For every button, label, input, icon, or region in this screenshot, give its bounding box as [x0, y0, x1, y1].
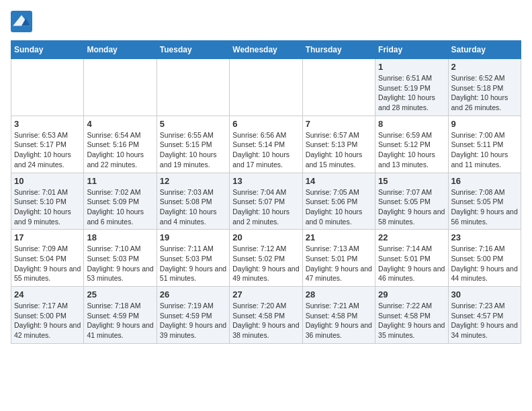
calendar-cell: 17Sunrise: 7:09 AM Sunset: 5:04 PM Dayli…: [11, 230, 84, 287]
day-number: 11: [87, 176, 153, 186]
day-info: Sunrise: 7:20 AM Sunset: 4:58 PM Dayligh…: [232, 301, 299, 340]
day-number: 21: [306, 232, 372, 242]
day-info: Sunrise: 7:21 AM Sunset: 4:58 PM Dayligh…: [306, 301, 372, 340]
day-number: 6: [232, 119, 299, 129]
calendar-cell: 16Sunrise: 7:08 AM Sunset: 5:05 PM Dayli…: [448, 173, 521, 230]
day-number: 15: [378, 176, 445, 186]
day-info: Sunrise: 7:11 AM Sunset: 5:03 PM Dayligh…: [160, 244, 226, 283]
calendar-cell: [302, 59, 375, 116]
day-info: Sunrise: 7:07 AM Sunset: 5:05 PM Dayligh…: [378, 187, 445, 227]
day-number: 17: [14, 232, 81, 242]
calendar-cell: 2Sunrise: 6:52 AM Sunset: 5:18 PM Daylig…: [448, 59, 521, 116]
day-info: Sunrise: 7:17 AM Sunset: 5:00 PM Dayligh…: [14, 301, 81, 340]
day-info: Sunrise: 6:55 AM Sunset: 5:15 PM Dayligh…: [160, 130, 226, 170]
day-number: 1: [378, 62, 445, 72]
day-number: 29: [378, 289, 445, 300]
day-number: 5: [160, 119, 226, 129]
day-number: 27: [232, 289, 299, 300]
day-number: 22: [378, 232, 445, 242]
day-info: Sunrise: 6:52 AM Sunset: 5:18 PM Dayligh…: [451, 73, 518, 113]
calendar-cell: 30Sunrise: 7:23 AM Sunset: 4:57 PM Dayli…: [448, 287, 521, 344]
calendar-cell: [84, 59, 157, 116]
calendar-week-row: 1Sunrise: 6:51 AM Sunset: 5:19 PM Daylig…: [11, 59, 521, 116]
day-info: Sunrise: 7:00 AM Sunset: 5:11 PM Dayligh…: [451, 130, 518, 170]
calendar-cell: 8Sunrise: 6:59 AM Sunset: 5:12 PM Daylig…: [375, 116, 448, 173]
calendar-cell: 27Sunrise: 7:20 AM Sunset: 4:58 PM Dayli…: [230, 287, 302, 344]
day-number: 14: [306, 176, 372, 186]
calendar-cell: 15Sunrise: 7:07 AM Sunset: 5:05 PM Dayli…: [375, 173, 448, 230]
day-info: Sunrise: 7:23 AM Sunset: 4:57 PM Dayligh…: [451, 301, 518, 340]
weekday-header: Sunday: [11, 41, 84, 59]
day-number: 19: [160, 232, 226, 242]
weekday-header: Monday: [84, 41, 157, 59]
day-info: Sunrise: 7:02 AM Sunset: 5:09 PM Dayligh…: [87, 187, 153, 227]
day-number: 26: [160, 289, 226, 300]
day-number: 28: [306, 289, 372, 300]
day-info: Sunrise: 7:04 AM Sunset: 5:07 PM Dayligh…: [232, 187, 299, 227]
day-number: 12: [160, 176, 226, 186]
weekday-header: Tuesday: [157, 41, 229, 59]
calendar-cell: 12Sunrise: 7:03 AM Sunset: 5:08 PM Dayli…: [157, 173, 229, 230]
calendar-cell: 19Sunrise: 7:11 AM Sunset: 5:03 PM Dayli…: [157, 230, 229, 287]
calendar-cell: 23Sunrise: 7:16 AM Sunset: 5:00 PM Dayli…: [448, 230, 521, 287]
day-number: 23: [451, 232, 518, 242]
calendar-cell: 11Sunrise: 7:02 AM Sunset: 5:09 PM Dayli…: [84, 173, 157, 230]
calendar-cell: [11, 59, 84, 116]
day-number: 8: [378, 119, 445, 129]
header-row: SundayMondayTuesdayWednesdayThursdayFrid…: [11, 41, 521, 59]
day-info: Sunrise: 7:05 AM Sunset: 5:06 PM Dayligh…: [306, 187, 372, 227]
calendar-cell: 28Sunrise: 7:21 AM Sunset: 4:58 PM Dayli…: [302, 287, 375, 344]
weekday-header: Thursday: [302, 41, 375, 59]
day-info: Sunrise: 7:12 AM Sunset: 5:02 PM Dayligh…: [232, 244, 299, 283]
calendar-cell: 22Sunrise: 7:14 AM Sunset: 5:01 PM Dayli…: [375, 230, 448, 287]
day-info: Sunrise: 7:13 AM Sunset: 5:01 PM Dayligh…: [306, 244, 372, 283]
calendar-cell: 1Sunrise: 6:51 AM Sunset: 5:19 PM Daylig…: [375, 59, 448, 116]
calendar-cell: 24Sunrise: 7:17 AM Sunset: 5:00 PM Dayli…: [11, 287, 84, 344]
calendar-cell: 7Sunrise: 6:57 AM Sunset: 5:13 PM Daylig…: [302, 116, 375, 173]
day-info: Sunrise: 6:51 AM Sunset: 5:19 PM Dayligh…: [378, 73, 445, 113]
day-number: 10: [14, 176, 81, 186]
calendar-cell: 14Sunrise: 7:05 AM Sunset: 5:06 PM Dayli…: [302, 173, 375, 230]
calendar-cell: 21Sunrise: 7:13 AM Sunset: 5:01 PM Dayli…: [302, 230, 375, 287]
day-info: Sunrise: 7:18 AM Sunset: 4:59 PM Dayligh…: [87, 301, 153, 340]
day-info: Sunrise: 6:56 AM Sunset: 5:14 PM Dayligh…: [232, 130, 299, 170]
calendar-cell: [230, 59, 302, 116]
day-info: Sunrise: 7:09 AM Sunset: 5:04 PM Dayligh…: [14, 244, 81, 283]
day-info: Sunrise: 7:16 AM Sunset: 5:00 PM Dayligh…: [451, 244, 518, 283]
calendar-week-row: 10Sunrise: 7:01 AM Sunset: 5:10 PM Dayli…: [11, 173, 521, 230]
weekday-header: Saturday: [448, 41, 521, 59]
calendar-cell: 13Sunrise: 7:04 AM Sunset: 5:07 PM Dayli…: [230, 173, 302, 230]
calendar-cell: [157, 59, 229, 116]
calendar-cell: 6Sunrise: 6:56 AM Sunset: 5:14 PM Daylig…: [230, 116, 302, 173]
calendar-cell: 18Sunrise: 7:10 AM Sunset: 5:03 PM Dayli…: [84, 230, 157, 287]
day-number: 7: [306, 119, 372, 129]
calendar-week-row: 17Sunrise: 7:09 AM Sunset: 5:04 PM Dayli…: [11, 230, 521, 287]
day-info: Sunrise: 6:53 AM Sunset: 5:17 PM Dayligh…: [14, 130, 81, 170]
page-header: [11, 11, 521, 32]
day-info: Sunrise: 6:59 AM Sunset: 5:12 PM Dayligh…: [378, 130, 445, 170]
calendar-cell: 10Sunrise: 7:01 AM Sunset: 5:10 PM Dayli…: [11, 173, 84, 230]
day-number: 20: [232, 232, 299, 242]
day-info: Sunrise: 6:57 AM Sunset: 5:13 PM Dayligh…: [306, 130, 372, 170]
calendar-cell: 4Sunrise: 6:54 AM Sunset: 5:16 PM Daylig…: [84, 116, 157, 173]
weekday-header: Wednesday: [230, 41, 302, 59]
calendar-week-row: 24Sunrise: 7:17 AM Sunset: 5:00 PM Dayli…: [11, 287, 521, 344]
calendar-cell: 20Sunrise: 7:12 AM Sunset: 5:02 PM Dayli…: [230, 230, 302, 287]
day-info: Sunrise: 7:08 AM Sunset: 5:05 PM Dayligh…: [451, 187, 518, 227]
day-number: 18: [87, 232, 153, 242]
logo-icon: [11, 11, 32, 32]
day-number: 25: [87, 289, 153, 300]
calendar-cell: 3Sunrise: 6:53 AM Sunset: 5:17 PM Daylig…: [11, 116, 84, 173]
day-info: Sunrise: 7:22 AM Sunset: 4:58 PM Dayligh…: [378, 301, 445, 340]
day-number: 13: [232, 176, 299, 186]
logo: [11, 11, 35, 32]
weekday-header: Friday: [375, 41, 448, 59]
day-info: Sunrise: 7:10 AM Sunset: 5:03 PM Dayligh…: [87, 244, 153, 283]
day-number: 3: [14, 119, 81, 129]
day-info: Sunrise: 7:19 AM Sunset: 4:59 PM Dayligh…: [160, 301, 226, 340]
calendar-cell: 9Sunrise: 7:00 AM Sunset: 5:11 PM Daylig…: [448, 116, 521, 173]
calendar-cell: 26Sunrise: 7:19 AM Sunset: 4:59 PM Dayli…: [157, 287, 229, 344]
day-number: 4: [87, 119, 153, 129]
day-number: 30: [451, 289, 518, 300]
day-info: Sunrise: 7:03 AM Sunset: 5:08 PM Dayligh…: [160, 187, 226, 227]
